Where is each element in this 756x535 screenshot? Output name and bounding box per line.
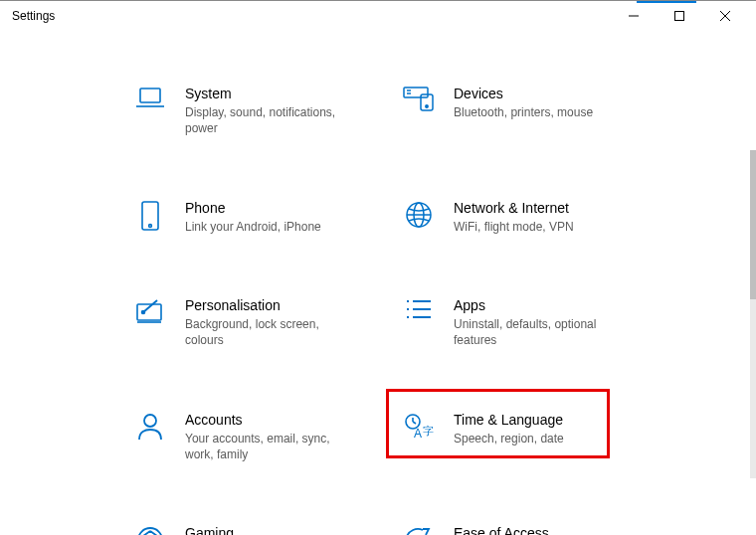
svg-point-10: [426, 105, 428, 107]
maximize-button[interactable]: [657, 1, 702, 31]
svg-line-29: [413, 422, 416, 424]
tile-apps[interactable]: Apps Uninstall, defaults, optional featu…: [398, 292, 657, 353]
tile-title: Phone: [185, 199, 384, 217]
tile-desc: Speech, region, date: [454, 431, 623, 446]
tile-devices[interactable]: Devices Bluetooth, printers, mouse: [398, 81, 657, 141]
laptop-icon: [133, 85, 167, 110]
window-title: Settings: [8, 9, 55, 23]
svg-point-26: [144, 415, 156, 427]
maximize-icon: [674, 11, 684, 21]
person-icon: [133, 411, 167, 441]
tile-gaming[interactable]: Gaming: [129, 520, 388, 535]
svg-rect-4: [140, 89, 160, 102]
svg-rect-1: [675, 12, 684, 21]
svg-rect-11: [142, 202, 158, 230]
minimize-button[interactable]: [611, 1, 657, 31]
tile-title: Network & Internet: [454, 199, 653, 217]
time-language-icon: A 字: [402, 411, 436, 441]
settings-content: System Display, sound, notifications, po…: [0, 31, 748, 535]
close-button[interactable]: [702, 1, 748, 31]
settings-grid: System Display, sound, notifications, po…: [129, 81, 748, 535]
globe-icon: [402, 199, 436, 229]
tile-phone[interactable]: Phone Link your Android, iPhone: [129, 195, 388, 239]
svg-text:字: 字: [423, 425, 434, 437]
tile-desc: Background, lock screen, colours: [185, 316, 354, 348]
tile-title: Ease of Access: [454, 524, 653, 535]
tile-title: Devices: [454, 85, 653, 102]
tile-time-language[interactable]: A 字 Time & Language Speech, region, date: [398, 407, 657, 467]
svg-point-12: [149, 224, 152, 227]
tile-desc: Your accounts, email, sync, work, family: [185, 431, 354, 462]
tile-desc: Bluetooth, printers, mouse: [454, 104, 623, 120]
tile-desc: Link your Android, iPhone: [185, 219, 354, 235]
tile-title: System: [185, 85, 384, 102]
tile-desc: Uninstall, defaults, optional features: [454, 316, 623, 348]
apps-list-icon: [402, 296, 436, 320]
tile-system[interactable]: System Display, sound, notifications, po…: [129, 81, 388, 141]
tile-personalisation[interactable]: Personalisation Background, lock screen,…: [129, 292, 388, 353]
tile-title: Time & Language: [454, 411, 653, 429]
ease-of-access-icon: [402, 524, 436, 535]
minimize-icon: [629, 11, 639, 21]
phone-icon: [133, 199, 167, 231]
tile-title: Accounts: [185, 411, 384, 429]
tile-title: Gaming: [185, 524, 384, 535]
tile-title: Personalisation: [185, 296, 384, 314]
tile-desc: Display, sound, notifications, power: [185, 104, 354, 136]
tile-network[interactable]: Network & Internet WiFi, flight mode, VP…: [398, 195, 657, 239]
accent-strip: [637, 1, 696, 3]
gaming-icon: [133, 524, 167, 535]
svg-line-18: [143, 300, 157, 312]
tile-accounts[interactable]: Accounts Your accounts, email, sync, wor…: [129, 407, 388, 467]
titlebar: Settings: [0, 1, 756, 31]
svg-point-19: [142, 310, 145, 313]
tile-title: Apps: [454, 296, 653, 314]
scrollbar-thumb[interactable]: [750, 150, 756, 299]
tile-ease-of-access[interactable]: Ease of Access: [398, 520, 657, 535]
svg-text:A: A: [414, 427, 422, 441]
devices-icon: [402, 85, 436, 112]
svg-rect-6: [404, 88, 428, 97]
paint-icon: [133, 296, 167, 324]
close-icon: [720, 11, 730, 21]
tile-desc: WiFi, flight mode, VPN: [454, 219, 623, 235]
